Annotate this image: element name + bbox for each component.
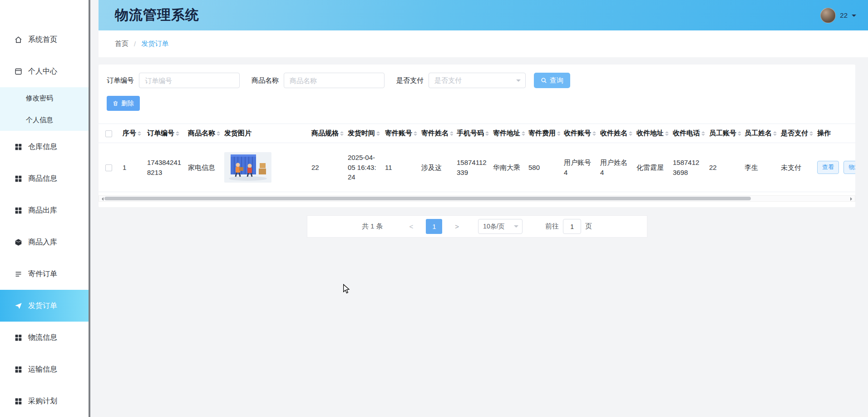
filter-bar: 订单编号 商品名称 是否支付 是否支付 查询 (99, 73, 855, 88)
select-all-checkbox[interactable] (105, 130, 112, 137)
breadcrumb-home[interactable]: 首页 (115, 40, 128, 48)
sidebar-item-label: 寄件订单 (28, 269, 57, 279)
sidebar-menu: 系统首页 个人中心 修改密码 个人信息 仓库信息 (0, 0, 90, 417)
sidebar-item-product-inbound[interactable]: 商品入库 (0, 226, 90, 258)
sidebar-item-delivery-orders[interactable]: 发货订单 (0, 290, 90, 322)
username-label: 22 (840, 11, 848, 19)
sort-caret-icon[interactable] (701, 129, 705, 138)
next-page-button[interactable]: > (449, 223, 465, 230)
goto-unit: 页 (585, 222, 592, 231)
sort-caret-icon[interactable] (592, 129, 596, 138)
product-name-input[interactable] (284, 73, 385, 88)
app-root: 系统首页 个人中心 修改密码 个人信息 仓库信息 (0, 0, 868, 417)
sidebar-item-product-outbound[interactable]: 商品出库 (0, 194, 90, 226)
search-icon (541, 77, 547, 84)
page-size-select[interactable]: 10条/页 (478, 219, 523, 234)
sidebar-item-purchase-plan[interactable]: 采购计划 (0, 385, 90, 417)
list-icon (15, 270, 22, 278)
cell-fee: 580 (525, 143, 560, 192)
chevron-down-icon (852, 15, 856, 19)
sort-caret-icon[interactable] (176, 129, 179, 138)
sort-caret-icon[interactable] (376, 129, 380, 138)
goto-label: 前往 (545, 222, 559, 231)
sort-caret-icon[interactable] (629, 129, 632, 138)
table-row: 1 1743842418213 家电信息 (99, 143, 855, 192)
sidebar-item-change-password[interactable]: 修改密码 (0, 87, 90, 109)
sidebar-item-label: 发货订单 (28, 301, 57, 311)
cell-sender-account: 11 (381, 143, 418, 192)
chevron-down-icon (514, 225, 518, 230)
sort-caret-icon[interactable] (217, 129, 220, 138)
sort-caret-icon[interactable] (414, 129, 417, 138)
sidebar-item-label: 个人信息 (26, 116, 53, 124)
paid-select[interactable]: 是否支付 (429, 73, 526, 88)
sidebar-item-label: 商品入库 (28, 238, 57, 247)
grid-icon (15, 143, 22, 151)
sidebar-item-personal-info[interactable]: 个人信息 (0, 109, 90, 131)
sidebar-item-label: 商品出库 (28, 206, 57, 215)
sidebar-item-mail-orders[interactable]: 寄件订单 (0, 258, 90, 290)
sidebar-item-product-info[interactable]: 商品信息 (0, 163, 90, 194)
cell-sender-address: 华南大乘 (489, 143, 525, 192)
goto-page: 前往 页 (545, 219, 592, 234)
cell-employee-account: 22 (705, 143, 741, 192)
user-center-icon (15, 68, 22, 75)
sidebar-item-label: 仓库信息 (28, 142, 57, 152)
sort-caret-icon[interactable] (809, 129, 813, 138)
list-card: 订单编号 商品名称 是否支付 是否支付 查询 (99, 65, 855, 207)
sort-caret-icon[interactable] (665, 129, 669, 138)
sidebar-scrollbar[interactable] (89, 0, 90, 417)
scrollbar-thumb[interactable] (104, 197, 751, 200)
cell-ship-time: 2025-04-05 16:43:24 (344, 143, 381, 192)
sidebar-item-label: 运输信息 (28, 365, 57, 374)
grid-icon (15, 397, 22, 405)
prev-page-button[interactable]: < (403, 223, 420, 230)
sidebar-item-label: 商品信息 (28, 174, 57, 184)
user-avatar[interactable] (820, 8, 836, 23)
delivery-image[interactable] (224, 152, 271, 183)
sort-caret-icon[interactable] (138, 129, 141, 138)
sort-caret-icon[interactable] (738, 129, 741, 138)
search-button[interactable]: 查询 (534, 73, 570, 88)
scroll-right-icon[interactable] (850, 197, 854, 201)
sort-caret-icon[interactable] (773, 129, 777, 138)
logistics-button[interactable]: 物流 (843, 161, 855, 174)
horizontal-scrollbar[interactable] (99, 195, 855, 202)
sidebar-item-logistics-info[interactable]: 物流信息 (0, 322, 90, 353)
sidebar-item-transport-info[interactable]: 运输信息 (0, 353, 90, 385)
sidebar-item-label: 个人中心 (28, 67, 57, 76)
cell-spec: 22 (308, 143, 344, 192)
grid-icon (15, 207, 22, 214)
sidebar-item-label: 系统首页 (28, 35, 57, 45)
scroll-left-icon[interactable] (100, 197, 104, 201)
send-icon (15, 302, 22, 310)
cell-receiver-phone: 15874123698 (669, 143, 705, 192)
breadcrumb: 首页 / 发货订单 (99, 30, 868, 57)
grid-icon (15, 334, 22, 342)
sidebar-item-system-home[interactable]: 系统首页 (0, 24, 90, 55)
sort-caret-icon[interactable] (557, 129, 560, 138)
delete-button[interactable]: 删除 (107, 96, 140, 111)
sort-caret-icon[interactable] (522, 129, 525, 138)
sort-caret-icon[interactable] (340, 129, 344, 138)
cell-seq: 1 (119, 143, 143, 192)
main-area: 物流管理系统 22 首页 / 发货订单 订单编号 商品名称 (90, 0, 868, 417)
sort-caret-icon[interactable] (485, 129, 489, 138)
page-number-button[interactable]: 1 (426, 219, 442, 234)
product-name-label: 商品名称 (252, 76, 279, 85)
cell-sender-name: 涉及这 (418, 143, 453, 192)
row-checkbox[interactable] (105, 164, 112, 171)
goto-page-input[interactable] (563, 219, 581, 234)
sidebar-item-label: 物流信息 (28, 333, 57, 343)
pagination: 共 1 条 < 1 > 10条/页 前往 页 (307, 215, 647, 238)
order-no-label: 订单编号 (107, 76, 134, 85)
sidebar-item-warehouse-info[interactable]: 仓库信息 (0, 131, 90, 163)
breadcrumb-current: 发货订单 (141, 40, 168, 48)
sidebar-item-user-center[interactable]: 个人中心 (0, 55, 90, 87)
order-no-input[interactable] (139, 73, 240, 88)
sort-caret-icon[interactable] (450, 129, 453, 138)
cell-product-name: 家电信息 (184, 143, 221, 192)
user-menu[interactable]: 22 (820, 8, 856, 23)
view-button[interactable]: 查看 (817, 161, 839, 174)
cell-sender-phone: 15874112339 (453, 143, 489, 192)
